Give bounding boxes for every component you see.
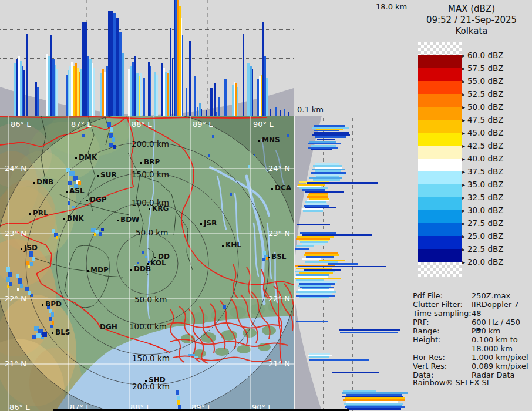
radar-echo [26, 261, 29, 265]
echo-row [311, 149, 332, 150]
echo-row [317, 139, 335, 140]
latitude-label: 21° N [5, 359, 26, 368]
radar-echo [145, 256, 147, 258]
echo-column [280, 110, 281, 116]
scale-arrow-icon: ▸ [462, 156, 465, 162]
radar-echo [78, 181, 81, 185]
info-value: 1.000 km/pixel [472, 353, 528, 362]
radar-application-window: 18.0 km 0.1 km [0, 0, 532, 411]
echo-column [210, 88, 213, 116]
station-dot [97, 175, 99, 177]
echo-column [186, 88, 187, 116]
echo-column [243, 34, 244, 116]
longitude-label: 86° E [9, 403, 30, 411]
product-station: Kolkata [411, 26, 532, 37]
radar-echo [49, 317, 52, 321]
station-label: JSD [24, 244, 38, 252]
echo-column [194, 76, 196, 116]
info-row: 18.000 km [413, 344, 530, 353]
scale-arrow-icon: ▸ [462, 78, 465, 85]
product-name: MAX (dBZ) [411, 4, 532, 15]
color-band [418, 55, 462, 68]
station-label: ASL [69, 187, 85, 195]
echo-column [170, 28, 171, 116]
echo-column [252, 69, 253, 116]
echo-row [302, 258, 321, 260]
info-label: Height: [413, 335, 472, 344]
color-band [418, 68, 462, 81]
color-scale-entry: ▸37.5 dBZ [462, 167, 503, 176]
longitude-label: 88° E [132, 120, 152, 129]
echo-column [284, 109, 285, 116]
radar-map[interactable]: 86° E86° E87° E87° E88° E88° E89° E89° E… [0, 116, 295, 411]
info-row: Vert Res:0.089 km/pixel [413, 362, 530, 370]
software-brand: Rainbow® SELEX-SI [413, 378, 489, 387]
product-info: Pdf File:250Z.maxClutter Filter:IIRDoppl… [413, 291, 530, 379]
color-band [418, 133, 462, 146]
color-band [418, 107, 462, 120]
color-band [418, 210, 462, 223]
station-dot [222, 245, 224, 247]
color-band [418, 159, 462, 171]
scale-arrow-icon: ▸ [462, 246, 465, 252]
echo-column [266, 78, 268, 116]
latitude-label: 22° N [5, 294, 26, 303]
radar-echo [109, 143, 113, 147]
info-row: Hor Res:1.000 km/pixel [413, 353, 530, 362]
top-height-profile-panel[interactable] [0, 0, 294, 116]
height-max-label: 18.0 km [376, 2, 407, 11]
echo-row [347, 408, 401, 410]
echo-column [237, 87, 238, 116]
echo-row [303, 210, 323, 212]
info-row: PRF:600 Hz / 450 Hz [413, 318, 530, 326]
color-band [418, 197, 462, 210]
echo-row [298, 266, 386, 267]
range-ring-label: 50.0 km [134, 295, 167, 304]
echo-row [332, 372, 379, 373]
color-band [418, 94, 462, 107]
side-height-profile-panel[interactable] [295, 116, 411, 411]
station-label: KHL [225, 241, 241, 249]
radar-echo [51, 312, 54, 317]
station-dot [75, 157, 77, 159]
info-label: Pdf File: [413, 291, 472, 300]
radar-echo [30, 262, 33, 266]
legend-panel: MAX (dBZ) 09:52 / 21-Sep-2025 Kolkata ▸6… [411, 0, 532, 411]
info-value: 250 km [472, 326, 500, 335]
echo-row [297, 224, 330, 225]
latitude-label: 23° N [268, 229, 290, 238]
color-scale-entry: ▸60.0 dBZ [462, 50, 503, 60]
height-min-label: 0.1 km [297, 105, 324, 114]
station-label: DGP [90, 196, 107, 204]
color-band [418, 223, 462, 236]
info-value: 0.089 km/pixel [472, 362, 528, 370]
color-band [418, 42, 462, 55]
echo-column [26, 34, 28, 116]
echo-column [134, 56, 136, 116]
echo-row [309, 359, 369, 361]
echo-column [108, 11, 113, 116]
radar-echo [68, 201, 70, 205]
station-dot [149, 208, 150, 210]
echo-column [218, 97, 220, 116]
info-label: Vert Res: [413, 362, 472, 370]
station-label: SHD [149, 376, 166, 384]
echo-column [275, 107, 277, 116]
color-scale-entry: ▸57.5 dBZ [462, 63, 503, 73]
scale-arrow-icon: ▸ [462, 143, 465, 149]
station-label: MNS [262, 136, 280, 144]
radar-echo [99, 232, 102, 236]
echo-column [56, 69, 58, 116]
echo-row [343, 390, 376, 392]
echo-row [299, 297, 329, 298]
echo-column [150, 66, 151, 116]
echo-row [298, 289, 334, 291]
station-dot [145, 380, 147, 382]
color-scale-entry: ▸45.0 dBZ [462, 128, 503, 137]
product-header: MAX (dBZ) 09:52 / 21-Sep-2025 Kolkata [411, 4, 532, 37]
scale-arrow-icon: ▸ [462, 233, 465, 240]
info-value: 18.000 km [472, 344, 513, 353]
echo-row [340, 332, 398, 333]
latitude-label: 22° N [268, 294, 290, 303]
station-dot [29, 213, 31, 215]
